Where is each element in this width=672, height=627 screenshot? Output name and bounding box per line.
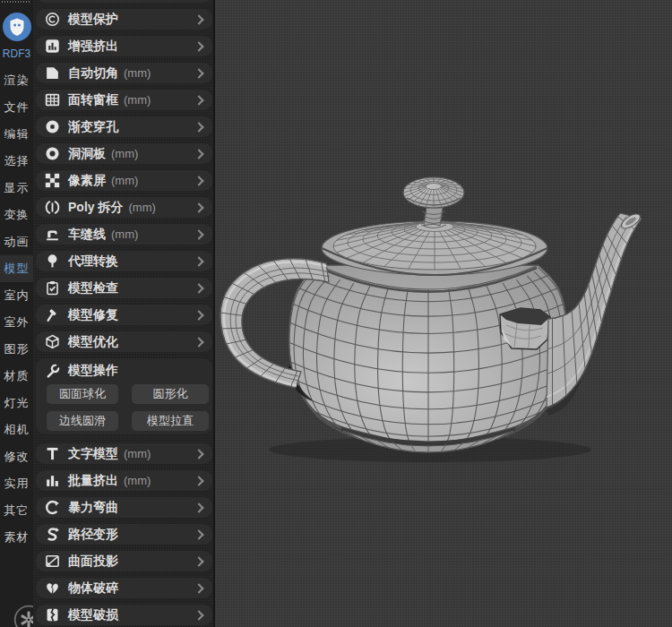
menu-item-5[interactable]: 洞洞板(mm) — [36, 143, 212, 164]
menu-item-2[interactable]: 自动切角(mm) — [36, 63, 212, 83]
chevron-right-icon — [194, 529, 203, 539]
path-s-icon — [45, 527, 60, 542]
menu-item-9[interactable]: 代理转换 — [36, 251, 212, 271]
menu-item-label: 增强挤出 — [68, 39, 118, 55]
chevron-right-icon — [194, 122, 203, 132]
sidebar-tab-17[interactable]: 素材 — [0, 524, 33, 551]
model-op-button-1[interactable]: 圆形化 — [132, 384, 209, 404]
menu-item-14[interactable]: 文字模型(mm) — [36, 443, 212, 464]
chevron-right-icon — [194, 256, 203, 266]
chevron-right-icon — [194, 556, 203, 566]
menu-item-unit: (mm) — [111, 228, 138, 241]
menu-item-label: 模型破损 — [68, 607, 118, 623]
sidebar-tab-6[interactable]: 动画 — [0, 228, 33, 255]
chevron-right-icon — [194, 449, 203, 459]
window-grid-icon — [45, 92, 60, 107]
menu-item-label: 洞洞板 — [68, 146, 106, 162]
sidebar-tab-12[interactable]: 灯光 — [0, 390, 33, 417]
viewport-3d[interactable] — [215, 0, 672, 627]
menu-group-13: 模型操作圆面球化圆形化边线圆滑模型拉直 — [36, 358, 212, 434]
chevron-right-icon — [194, 202, 203, 212]
menu-item-label: 模型检查 — [68, 280, 118, 296]
sidebar-tab-3[interactable]: 选择 — [0, 148, 33, 175]
chevron-right-icon — [194, 149, 203, 159]
menu-item-label: Poly 拆分 — [68, 200, 123, 216]
chevron-right-icon — [194, 68, 203, 78]
menu-item-20[interactable]: 模型破损 — [36, 605, 212, 625]
menu-item-17[interactable]: 路径变形 — [36, 524, 212, 545]
clipboard-check-icon — [45, 280, 60, 296]
plugin-logo[interactable] — [3, 13, 31, 41]
pixels-icon — [45, 173, 60, 188]
sidebar-tab-13[interactable]: 相机 — [0, 417, 33, 443]
menu-item-label: 面转窗框 — [68, 92, 118, 108]
menu-item-unit: (mm) — [124, 474, 151, 487]
chevron-right-icon — [194, 610, 203, 620]
menu-item-partial[interactable] — [36, 0, 212, 3]
menu-item-unit: (mm) — [111, 174, 138, 187]
menu-item-10[interactable]: 模型检查 — [36, 278, 212, 298]
sewing-icon — [45, 227, 60, 242]
menu-item-13[interactable]: 模型操作 — [36, 360, 212, 382]
menu-item-unit: (mm) — [128, 201, 155, 214]
sidebar-tab-8[interactable]: 室内 — [0, 282, 33, 309]
sidebar-tab-9[interactable]: 室外 — [0, 309, 33, 336]
sidebar-tab-0[interactable]: 渲染 — [0, 67, 33, 94]
sidebar-tab-4[interactable]: 显示 — [0, 175, 33, 202]
chevron-right-icon — [194, 41, 203, 51]
chevron-right-icon — [194, 476, 203, 485]
menu-item-1[interactable]: 增强挤出 — [36, 36, 212, 56]
sidebar-tab-14[interactable]: 修改 — [0, 443, 33, 470]
sidebar-drag-dots — [2, 1, 31, 3]
menu-item-label: 模型保护 — [68, 12, 118, 28]
chevron-right-icon — [194, 583, 203, 593]
menu-item-19[interactable]: 物体破碎 — [36, 578, 212, 598]
chamfer-icon — [45, 65, 60, 81]
menu-item-unit: (mm) — [124, 93, 151, 107]
text-icon — [45, 446, 60, 461]
chevron-right-icon — [194, 310, 203, 320]
menu-item-4[interactable]: 渐变穿孔 — [36, 116, 212, 137]
menu-item-15[interactable]: 批量挤出(mm) — [36, 470, 212, 491]
menu-item-label: 曲面投影 — [68, 554, 118, 570]
model-op-button-3[interactable]: 模型拉直 — [132, 411, 209, 431]
sidebar-tab-5[interactable]: 变换 — [0, 202, 33, 228]
tool-panel: 模型保护增强挤出自动切角(mm)面转窗框(mm)渐变穿孔洞洞板(mm)像素屏(m… — [33, 0, 215, 627]
menu-item-label: 代理转换 — [68, 253, 118, 270]
menu-item-unit: (mm) — [124, 66, 151, 80]
sidebar-tab-7[interactable]: 模型 — [0, 255, 33, 282]
menu-item-3[interactable]: 面转窗框(mm) — [36, 90, 212, 110]
menu-item-unit: (mm) — [111, 147, 138, 160]
sidebar-tab-11[interactable]: 材质 — [0, 363, 33, 390]
menu-item-18[interactable]: 曲面投影 — [36, 551, 212, 571]
cube-icon — [45, 334, 60, 349]
sidebar-tab-15[interactable]: 实用 — [0, 470, 33, 497]
copyright-icon — [45, 12, 60, 27]
menu-item-label: 模型操作 — [68, 363, 118, 379]
chevron-right-icon — [194, 337, 203, 347]
menu-item-11[interactable]: 模型修复 — [36, 305, 212, 325]
app-window: RDF3 渲染文件编辑选择显示变换动画模型室内室外图形材质灯光相机修改实用其它素… — [0, 0, 672, 627]
sidebar: RDF3 渲染文件编辑选择显示变换动画模型室内室外图形材质灯光相机修改实用其它素… — [0, 0, 33, 627]
menu-item-unit: (mm) — [124, 447, 151, 460]
menu-item-6[interactable]: 像素屏(mm) — [36, 170, 212, 191]
tree-icon — [45, 253, 60, 269]
sidebar-tab-2[interactable]: 编辑 — [0, 121, 33, 148]
menu-item-label: 模型修复 — [68, 307, 118, 323]
sidebar-tab-10[interactable]: 图形 — [0, 336, 33, 363]
menu-item-0[interactable]: 模型保护 — [36, 9, 212, 30]
donut-icon — [45, 146, 60, 161]
menu-item-7[interactable]: Poly 拆分(mm) — [36, 197, 212, 218]
menu-item-12[interactable]: 模型优化 — [36, 331, 212, 352]
bar-chart-icon — [45, 39, 60, 54]
model-op-button-2[interactable]: 边线圆滑 — [47, 411, 118, 431]
menu-item-label: 模型优化 — [68, 334, 118, 350]
sidebar-tab-16[interactable]: 其它 — [0, 497, 33, 524]
sidebar-tab-1[interactable]: 文件 — [0, 94, 33, 121]
menu-item-16[interactable]: 暴力弯曲 — [36, 497, 212, 518]
model-op-button-0[interactable]: 圆面球化 — [47, 384, 118, 404]
menu-item-label: 暴力弯曲 — [68, 500, 118, 516]
menu-item-label: 像素屏 — [68, 173, 106, 189]
menu-item-8[interactable]: 车缝线(mm) — [36, 224, 212, 245]
menu-item-label: 渐变穿孔 — [68, 119, 118, 135]
